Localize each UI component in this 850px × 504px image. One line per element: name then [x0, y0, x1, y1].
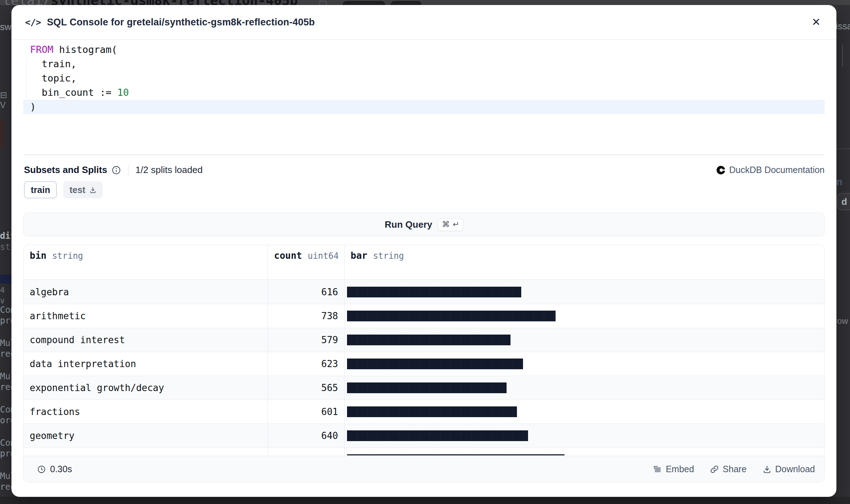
code-token-kw: FROM: [30, 44, 53, 55]
duckdb-logo-icon: [716, 165, 726, 175]
embed-button[interactable]: Embed: [653, 464, 694, 474]
backdrop-left-viewer-label: ⊟ V: [0, 90, 11, 110]
backdrop-right-pill-button: d: [837, 193, 850, 210]
histogram-bar: [347, 311, 556, 321]
dialog-header: </> SQL Console for gretelai/synthetic-g…: [11, 5, 836, 40]
table-row[interactable]: arithmetic738: [24, 304, 824, 328]
duckdb-docs-label: DuckDB Documentation: [729, 165, 825, 175]
backdrop-left-dropdown: 4 ∨: [0, 285, 11, 306]
code-line[interactable]: FROM histogram(: [23, 43, 825, 57]
column-header-count[interactable]: count uint64: [268, 245, 344, 280]
code-line[interactable]: ): [23, 100, 825, 114]
results-table: bin string count uint64 bar string algeb…: [23, 245, 825, 483]
bin-cell: arithmetic: [24, 304, 268, 328]
histogram-bar: [347, 359, 523, 369]
bar-cell: [344, 304, 824, 328]
backdrop-left-row-fragment: Mulreq: [0, 471, 11, 492]
elapsed-value: 0.30s: [50, 464, 72, 474]
bar-cell: [344, 280, 824, 304]
table-row[interactable]: exponential growth/decay565: [24, 376, 824, 400]
bin-cell: fractions: [24, 400, 268, 424]
bin-cell: algebra: [24, 280, 268, 304]
backdrop-left-column-header: dif: [0, 231, 11, 241]
histogram-bar: [347, 406, 517, 417]
backdrop-left-selected-band: [0, 275, 11, 283]
histogram-bar: [347, 430, 528, 441]
bin-cell: geometry: [24, 424, 268, 448]
backdrop-right-name-tail: issa: [836, 21, 850, 32]
code-token-pl: topic,: [30, 73, 77, 84]
count-cell: 738: [268, 304, 344, 328]
backdrop-right-divider: [842, 45, 843, 67]
column-header-bar[interactable]: bar string: [344, 245, 824, 280]
count-cell: 579: [268, 328, 344, 352]
split-button-train[interactable]: train: [24, 181, 57, 198]
code-icon: </>: [25, 17, 41, 28]
bin-cell: data interpretation: [24, 352, 268, 376]
duckdb-docs-link[interactable]: DuckDB Documentation: [716, 165, 825, 175]
backdrop-left-column-type: str: [0, 242, 11, 252]
embed-icon: [653, 465, 662, 474]
count-cell: 601: [268, 400, 344, 424]
code-token-pl: ): [30, 101, 36, 112]
table-row[interactable]: fractions601: [24, 400, 824, 424]
table-row[interactable]: data interpretation623: [24, 352, 824, 376]
histogram-bar: [347, 454, 565, 455]
bar-cell: [344, 352, 824, 376]
embed-label: Embed: [666, 464, 694, 474]
table-header-row: bin string count uint64 bar string: [24, 245, 824, 280]
clock-icon: [37, 465, 46, 474]
bar-cell: [344, 448, 824, 455]
backdrop-top-bar: telai/synthetic-gsm8k-reflection-405b: [0, 0, 850, 5]
code-line[interactable]: topic,: [23, 71, 825, 85]
share-button[interactable]: Share: [710, 464, 747, 474]
table-row[interactable]: algebra616: [24, 280, 824, 304]
bin-cell: [24, 448, 268, 455]
count-cell: 616: [268, 280, 344, 304]
backdrop-right-letter: n: [836, 177, 847, 188]
split-train-label: train: [31, 185, 50, 195]
backdrop-right-dotted-line: [836, 148, 850, 149]
count-cell: [268, 448, 344, 455]
query-elapsed-time: 0.30s: [37, 464, 72, 474]
download-button[interactable]: Download: [762, 464, 815, 474]
bin-cell: compound interest: [24, 328, 268, 352]
code-token-num: 10: [117, 87, 129, 98]
bin-cell: exponential growth/decay: [24, 376, 268, 400]
count-cell: 623: [268, 352, 344, 376]
splits-row: train test: [24, 181, 825, 198]
indent-guide: [26, 57, 27, 100]
column-header-bin[interactable]: bin string: [24, 245, 268, 280]
code-line[interactable]: train,: [23, 57, 825, 71]
backdrop-left-block: [0, 120, 4, 148]
sql-editor[interactable]: FROM histogram( train, topic, bin_count …: [11, 40, 836, 114]
enter-key-icon: ↵: [453, 220, 459, 229]
backdrop-left-row-fragment: Mulreq: [0, 371, 11, 392]
table-row[interactable]: compound interest579: [24, 328, 824, 352]
backdrop-right-rows-label: row: [834, 316, 850, 326]
backdrop-left-row-fragment: Compro: [0, 438, 11, 459]
backdrop-dataset-name: synthetic-gsm8k-reflection-405b: [51, 0, 298, 5]
count-cell: 640: [268, 424, 344, 448]
subsets-heading: Subsets and Splits: [24, 164, 107, 176]
download-icon: [762, 465, 772, 474]
run-query-button[interactable]: Run Query ⌘ ↵: [23, 213, 825, 236]
code-line[interactable]: bin_count := 10: [23, 85, 825, 100]
count-cell: 565: [268, 376, 344, 400]
table-row[interactable]: geometry640: [24, 424, 824, 448]
backdrop-bottom-strip: [0, 497, 850, 504]
bar-cell: [344, 400, 824, 424]
bar-cell: [344, 376, 824, 400]
backdrop-left-word: sw: [0, 21, 11, 33]
backdrop-dataset-title: telai/synthetic-gsm8k-reflection-405b: [3, 0, 298, 5]
info-icon[interactable]: [112, 165, 121, 175]
backdrop-left-row-fragment: Comoro: [0, 404, 11, 426]
copy-icon: [319, 1, 327, 5]
histogram-bar: [347, 382, 507, 393]
table-row-partial[interactable]: [24, 448, 824, 455]
split-button-test[interactable]: test: [63, 181, 102, 198]
close-icon[interactable]: ✕: [812, 17, 821, 28]
share-label: Share: [723, 464, 747, 474]
histogram-bar: [347, 287, 521, 297]
share-link-icon: [710, 465, 719, 474]
